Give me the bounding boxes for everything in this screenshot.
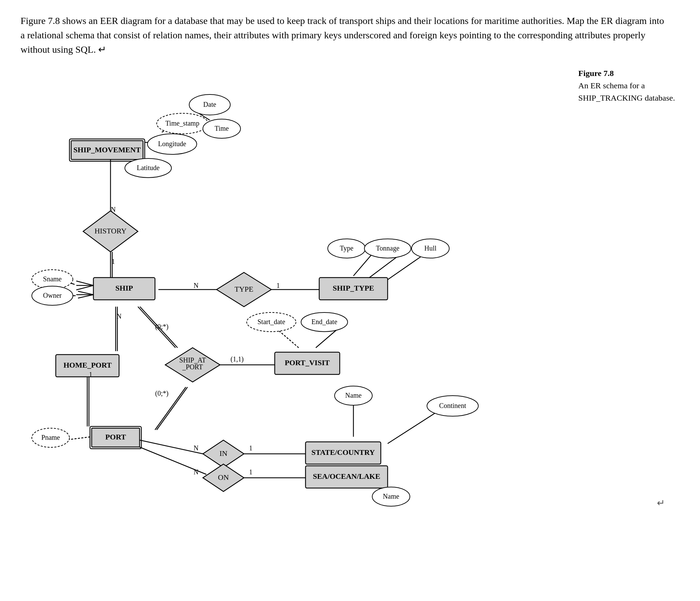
timestamp-attr: Time_stamp xyxy=(165,119,199,127)
owner-attr: Owner xyxy=(43,292,62,299)
in-label: IN xyxy=(219,449,227,458)
svg-line-33 xyxy=(76,285,93,290)
sea-ocean-lake-label: SEA/OCEAN/LAKE xyxy=(313,472,380,481)
svg-line-35 xyxy=(78,291,93,295)
longitude-attr: Longitude xyxy=(158,140,186,148)
port-visit-label: PORT_VISIT xyxy=(285,358,330,367)
on-label: ON xyxy=(218,473,229,482)
card-1-on: 1 xyxy=(249,468,252,476)
card-n-in: N xyxy=(194,444,198,452)
diagram-area: Figure 7.8 An ER schema for a SHIP_TRACK… xyxy=(25,67,675,512)
type-attr: Type xyxy=(340,244,353,252)
tonnage-attr: Tonnage xyxy=(376,244,400,252)
start-date-attr: Start_date xyxy=(257,318,285,325)
card-n1: N xyxy=(111,206,116,213)
svg-line-18 xyxy=(388,413,436,444)
continent-attr: Continent xyxy=(439,402,466,409)
sname-attr: Sname xyxy=(43,275,62,283)
ship-label: SHIP xyxy=(115,284,133,292)
pname-attr: Pname xyxy=(41,434,60,441)
ship-type-label: SHIP_TYPE xyxy=(333,284,374,292)
card-1-1: (1,1) xyxy=(231,355,244,363)
intro-paragraph: Figure 7.8 shows an EER diagram for a da… xyxy=(21,14,671,57)
card-zero-n-shipatport: (0;*) xyxy=(155,323,169,331)
hull-attr: Hull xyxy=(424,244,437,252)
ship-at-port-label: SHIP_AT xyxy=(179,356,206,364)
date-attr: Date xyxy=(203,101,216,108)
svg-line-36 xyxy=(78,295,93,298)
name-sea-attr: Name xyxy=(383,493,399,500)
time-attr: Time xyxy=(215,125,229,132)
type-label: TYPE xyxy=(235,285,254,293)
card-n-type-ship: N xyxy=(194,282,198,289)
state-country-label: STATE/COUNTRY xyxy=(311,448,375,457)
card-1-homeport-port: 1 xyxy=(89,371,92,378)
svg-line-31 xyxy=(76,281,93,285)
latitude-attr: Latitude xyxy=(137,164,160,171)
card-1-history: 1 xyxy=(112,258,115,265)
card-1-in: 1 xyxy=(249,444,252,452)
eer-diagram-svg: SHIP_MOVEMENT SHIP SHIP_TYPE HOME_PORT P… xyxy=(25,67,675,512)
history-label: HISTORY xyxy=(94,227,127,235)
ship-movement-label: SHIP_MOVEMENT xyxy=(74,145,141,154)
card-1-type-shiptype: 1 xyxy=(276,282,280,289)
ship-at-port-label2: _PORT xyxy=(182,363,203,371)
card-zero-n-port: (0;*) xyxy=(155,389,169,397)
end-date-attr: End_date xyxy=(311,318,337,325)
home-port-label: HOME_PORT xyxy=(63,361,112,369)
card-n-homeport: N xyxy=(117,312,121,320)
card-n-on: N xyxy=(194,468,198,476)
name-state-attr: Name xyxy=(345,392,362,399)
return-symbol: ↵ xyxy=(657,497,665,509)
port-label: PORT xyxy=(105,433,126,441)
